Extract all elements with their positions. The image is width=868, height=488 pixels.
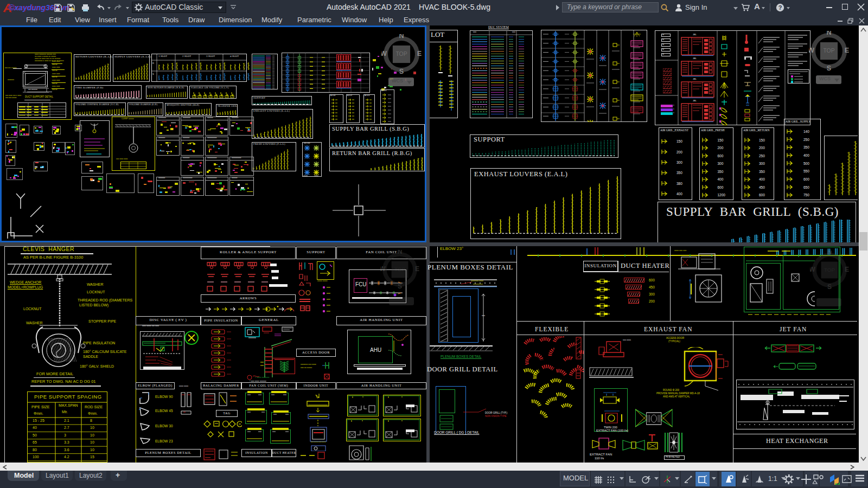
svg-text:380: 380 — [676, 182, 682, 185]
svg-text:W: W — [810, 266, 815, 273]
svg-text:150: 150 — [718, 138, 724, 142]
svg-text:E: E — [417, 50, 422, 57]
svg-text:TOP: TOP — [395, 51, 407, 57]
svg-text:N: N — [827, 251, 832, 256]
svg-text:600: 600 — [759, 193, 765, 197]
svg-text:200: 200 — [759, 146, 765, 150]
svg-text:1200: 1200 — [718, 193, 726, 197]
svg-text:S: S — [827, 65, 831, 71]
svg-text:400: 400 — [759, 177, 765, 181]
svg-text:450: 450 — [759, 185, 765, 189]
svg-text:W: W — [380, 265, 386, 273]
svg-text:250: 250 — [803, 138, 809, 142]
svg-text:400: 400 — [718, 177, 724, 181]
svg-text:?: ? — [778, 4, 782, 11]
svg-text:S: S — [398, 282, 402, 289]
svg-text:500: 500 — [803, 162, 809, 165]
svg-text:400: 400 — [676, 192, 682, 196]
svg-text:200: 200 — [718, 146, 724, 150]
svg-text:W: W — [381, 50, 387, 57]
svg-text:600: 600 — [803, 177, 809, 181]
svg-text:200: 200 — [676, 150, 682, 154]
svg-text:350: 350 — [718, 170, 724, 174]
svg-text:E: E — [415, 265, 419, 273]
svg-text:300: 300 — [676, 160, 682, 164]
svg-text:TOP: TOP — [823, 48, 834, 54]
svg-text:S: S — [827, 283, 832, 290]
svg-text:350: 350 — [676, 171, 682, 175]
svg-text:TOP: TOP — [824, 267, 835, 273]
svg-text:400: 400 — [803, 153, 809, 157]
svg-text:600: 600 — [718, 154, 724, 158]
svg-text:N: N — [399, 34, 404, 40]
svg-text:E: E — [845, 266, 849, 273]
svg-text:E: E — [845, 47, 849, 54]
svg-text:300: 300 — [718, 162, 724, 165]
svg-text:N: N — [826, 31, 831, 36]
svg-text:W: W — [809, 47, 814, 54]
svg-text:300: 300 — [759, 162, 765, 165]
svg-text:TOP: TOP — [394, 266, 406, 272]
svg-text:350: 350 — [803, 145, 809, 149]
svg-text:N: N — [398, 250, 403, 255]
svg-text:140: 140 — [803, 130, 809, 133]
svg-text:150: 150 — [759, 138, 765, 142]
svg-text:550: 550 — [803, 169, 809, 173]
svg-text:750: 750 — [803, 193, 809, 197]
svg-text:650: 650 — [803, 185, 809, 189]
svg-text:150: 150 — [676, 139, 682, 143]
svg-text:350: 350 — [759, 170, 765, 174]
svg-text:S: S — [399, 68, 404, 74]
svg-text:250: 250 — [759, 154, 765, 158]
svg-text:600: 600 — [718, 185, 724, 189]
